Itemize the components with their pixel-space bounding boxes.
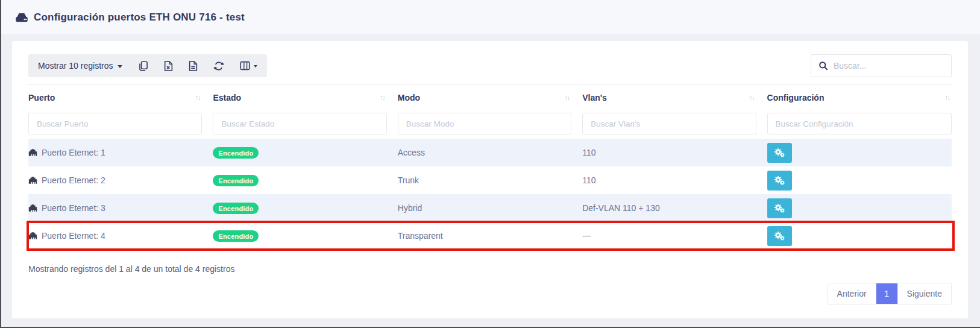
pagination-previous-button[interactable]: Anterior: [828, 283, 876, 304]
ethernet-icon: [28, 176, 37, 184]
filter-vlans-input[interactable]: [582, 113, 756, 134]
column-label: Puerto: [28, 93, 55, 102]
ports-table-wrap: Puerto↑↓ Estado↑↓ Modo↑↓ Vlan's↑↓ Config…: [28, 84, 952, 250]
vlan-value: 110: [582, 148, 595, 157]
window-edge-left: [0, 0, 1, 328]
file-export-icon[interactable]: [189, 61, 198, 71]
column-visibility-dropdown[interactable]: [240, 61, 257, 71]
copy-icon[interactable]: [138, 61, 148, 71]
status-badge: Encendido: [213, 230, 259, 242]
records-info: Mostrando registros del 1 al 4 de un tot…: [28, 264, 952, 274]
column-header-vlans[interactable]: Vlan's↑↓: [582, 85, 767, 110]
refresh-icon[interactable]: [213, 61, 224, 71]
datatable-toolbar: Mostrar 10 registros: [28, 54, 952, 77]
table-row-port-1: Puerto Eternet: 1 Encendido Access 110: [28, 139, 952, 166]
sort-icon[interactable]: ↑↓: [944, 93, 949, 102]
table-header-row: Puerto↑↓ Estado↑↓ Modo↑↓ Vlan's↑↓ Config…: [28, 85, 952, 110]
pagination-page-1-button[interactable]: 1: [876, 283, 897, 304]
excel-export-icon[interactable]: [164, 61, 173, 71]
search-icon: [818, 61, 828, 71]
mode-value: Access: [398, 148, 425, 157]
mode-value: Hybrid: [398, 203, 422, 213]
filter-modo-input[interactable]: [398, 113, 571, 134]
mode-value: Trunk: [398, 175, 419, 185]
vlan-value: ---: [582, 231, 591, 241]
hdd-icon: [15, 12, 28, 23]
column-header-configuracion[interactable]: Configuración↑↓: [767, 85, 952, 110]
length-menu-dropdown[interactable]: Mostrar 10 registros: [38, 61, 122, 71]
page-title-text: Configuración puertos ETH ONU 716 - test: [34, 11, 245, 24]
column-header-estado[interactable]: Estado↑↓: [213, 85, 397, 110]
configure-port-button[interactable]: [767, 171, 792, 191]
cogs-icon: [773, 147, 785, 158]
table-row-port-3: Puerto Eternet: 3 Encendido Hybrid Def-V…: [28, 194, 952, 222]
port-name: Puerto Eternet: 1: [42, 148, 105, 157]
table-filter-row: [28, 110, 952, 139]
column-label: Modo: [398, 93, 420, 102]
ethernet-icon: [28, 232, 37, 240]
column-label: Estado: [213, 93, 241, 102]
ethernet-icon: [28, 148, 37, 157]
page-title: Configuración puertos ETH ONU 716 - test: [15, 11, 245, 24]
datatable-buttons-bar: Mostrar 10 registros: [28, 54, 267, 77]
cogs-icon: [773, 203, 785, 213]
vlan-value: 110: [582, 175, 595, 185]
ports-table: Puerto↑↓ Estado↑↓ Modo↑↓ Vlan's↑↓ Config…: [28, 84, 952, 250]
cogs-icon: [773, 230, 785, 241]
port-name: Puerto Eternet: 2: [42, 175, 105, 185]
sort-icon[interactable]: ↑↓: [564, 93, 569, 102]
configure-port-button[interactable]: [767, 198, 792, 218]
port-name: Puerto Eternet: 3: [42, 203, 105, 213]
column-header-puerto[interactable]: Puerto↑↓: [28, 85, 213, 110]
filter-estado-input[interactable]: [213, 113, 386, 134]
pagination-next-button[interactable]: Siguiente: [897, 283, 951, 304]
search-input[interactable]: [834, 61, 944, 71]
global-search: [811, 54, 952, 77]
pagination: Anterior 1 Siguiente: [28, 283, 952, 304]
ethernet-icon: [28, 204, 37, 212]
configure-port-button[interactable]: [767, 226, 792, 246]
column-label: Configuración: [767, 93, 825, 102]
cogs-icon: [773, 175, 785, 186]
port-name: Puerto Eternet: 4: [42, 231, 105, 241]
table-card: Mostrar 10 registros: [12, 41, 968, 318]
status-badge: Encendido: [213, 147, 259, 159]
chevron-down-icon: [254, 65, 257, 68]
sort-icon[interactable]: ↑↓: [380, 93, 385, 102]
column-header-modo[interactable]: Modo↑↓: [398, 85, 582, 110]
sort-icon[interactable]: ↑↓: [749, 93, 754, 102]
column-label: Vlan's: [582, 93, 607, 102]
status-badge: Encendido: [213, 203, 259, 214]
status-badge: Encendido: [213, 175, 259, 186]
vlan-value: Def-VLAN 110 + 130: [582, 203, 660, 213]
table-row-port-2: Puerto Eternet: 2 Encendido Trunk 110: [28, 166, 952, 194]
length-menu-label: Mostrar 10 registros: [38, 61, 113, 71]
filter-puerto-input[interactable]: [28, 113, 202, 134]
sort-icon[interactable]: ↑↓: [195, 93, 199, 102]
mode-value: Transparent: [398, 231, 443, 241]
column-visibility-icon: [240, 61, 250, 71]
chevron-down-icon: [118, 65, 122, 68]
page-header: Configuración puertos ETH ONU 716 - test: [0, 0, 980, 34]
filter-configuracion-input[interactable]: [767, 113, 952, 134]
configure-port-button[interactable]: [767, 143, 792, 163]
table-row-port-4: Puerto Eternet: 4 Encendido Transparent …: [28, 222, 952, 250]
